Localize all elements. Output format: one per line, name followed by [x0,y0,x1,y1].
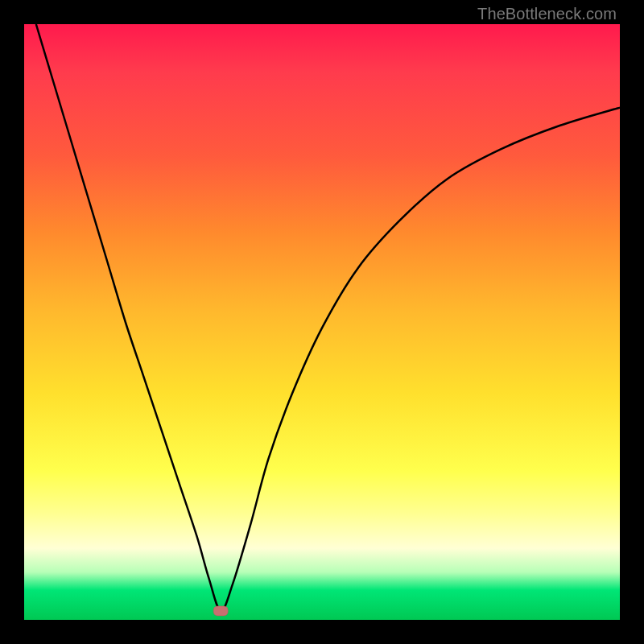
chart-frame: TheBottleneck.com [0,0,644,644]
curve-svg [24,24,620,620]
bottleneck-curve [36,24,620,611]
watermark-text: TheBottleneck.com [477,5,617,23]
minimum-marker [213,606,228,616]
plot-area [24,24,620,620]
